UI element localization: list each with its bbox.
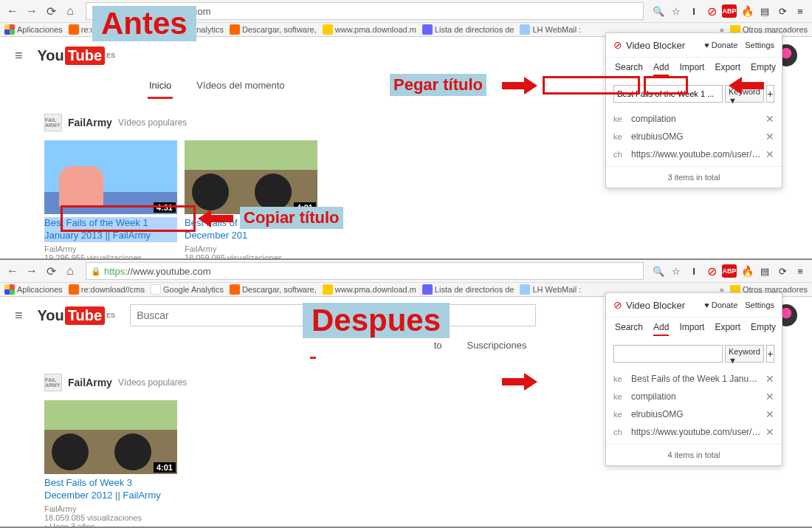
reload-button[interactable]: ⟳ <box>43 263 59 279</box>
bookmark-pma[interactable]: www.pma.download.m <box>323 24 416 35</box>
video-blocker-popup: ⊘Video Blocker ♥ Donate Settings Search … <box>605 292 782 466</box>
type-select[interactable]: Keyword ▼ <box>725 345 764 363</box>
bookmark-directorios[interactable]: Lista de directorios de <box>422 24 515 35</box>
highlight-input <box>543 76 640 95</box>
keyword-input[interactable] <box>613 345 723 363</box>
youtube-logo[interactable]: YouTubeES <box>38 306 116 325</box>
delete-icon[interactable]: ✕ <box>765 113 774 125</box>
tab-empty[interactable]: Empty <box>751 322 776 336</box>
nav-videos[interactable]: Vídeos del momento <box>195 74 286 99</box>
video-duration: 4:01 <box>154 462 176 473</box>
delete-icon[interactable]: ✕ <box>765 391 774 402</box>
bookmark-apps[interactable]: Aplicaciones <box>4 284 63 295</box>
add-button[interactable]: + <box>766 85 774 103</box>
ext-icon-1[interactable]: ▤ <box>757 4 772 18</box>
tab-search[interactable]: Search <box>615 322 643 336</box>
video-author[interactable]: FailArmy <box>185 244 317 253</box>
video-views: 18.059.085 visualizaciones <box>44 513 177 522</box>
channel-icon[interactable]: FAIL ARMY <box>44 114 62 131</box>
tab-add[interactable]: Add <box>653 62 669 76</box>
annotation-antes: Antes <box>92 6 196 41</box>
tab-import[interactable]: Import <box>679 62 704 76</box>
nav-suscripciones[interactable]: Suscripciones <box>465 334 528 359</box>
channel-name[interactable]: FailArmy <box>68 377 112 388</box>
bookmark-pma[interactable]: www.pma.download.m <box>323 284 416 295</box>
highlight-title <box>61 205 196 232</box>
donate-link[interactable]: ♥ Donate <box>704 41 737 49</box>
star-icon[interactable]: ☆ <box>669 264 684 278</box>
zoom-icon[interactable]: 🔍 <box>651 264 666 278</box>
delete-icon[interactable]: ✕ <box>765 131 774 143</box>
bookmark-redownload[interactable]: re:download//cms <box>69 284 145 295</box>
star-icon[interactable]: ☆ <box>669 4 684 18</box>
arrow-right <box>502 77 539 95</box>
tab-import[interactable]: Import <box>679 322 704 336</box>
hamburger-icon[interactable]: ≡ <box>15 308 23 323</box>
back-button[interactable]: ← <box>4 263 21 279</box>
list-item: kecompilation✕ <box>606 110 782 128</box>
delete-icon[interactable]: ✕ <box>765 373 774 385</box>
video-thumbnail[interactable]: 4:01 <box>44 400 177 474</box>
tab-export[interactable]: Export <box>715 62 740 76</box>
item-count: 3 items in total <box>606 166 782 188</box>
youtube-logo[interactable]: YouTubeES <box>38 47 116 65</box>
tab-add[interactable]: Add <box>653 322 669 336</box>
delete-icon[interactable]: ✕ <box>765 408 774 420</box>
reload-button[interactable]: ⟳ <box>43 3 59 19</box>
browser-chrome: ← → ⟳ ⌂ 🔒 https://www.youtube.com 🔍 ☆ I … <box>0 260 812 297</box>
video-author[interactable]: FailArmy <box>44 244 177 253</box>
back-button[interactable]: ← <box>4 3 21 19</box>
video-blocker-icon[interactable]: ⊘ <box>704 4 719 18</box>
delete-icon[interactable]: ✕ <box>765 148 774 160</box>
abp-icon[interactable]: ABP <box>722 264 737 278</box>
donate-link[interactable]: ♥ Donate <box>704 301 737 309</box>
bookmark-descargar[interactable]: Descargar, software, <box>230 24 317 35</box>
ext-icon-1[interactable]: ▤ <box>757 264 772 278</box>
bookmark-ganalytics[interactable]: Google Analytics <box>151 284 224 295</box>
list-item: keelrubiusOMG✕ <box>606 128 782 145</box>
video-title[interactable]: Best Fails of Week 3 December 2012 || Fa… <box>44 477 177 502</box>
menu-icon[interactable]: ≡ <box>793 264 808 278</box>
nav-inicio[interactable]: Inicio <box>148 74 173 99</box>
ratings-icon[interactable]: 🔥 <box>740 264 754 278</box>
video-author[interactable]: FailArmy <box>44 504 177 513</box>
info-icon[interactable]: I <box>687 264 701 278</box>
tab-search[interactable]: Search <box>615 62 643 76</box>
hamburger-icon[interactable]: ≡ <box>15 48 23 64</box>
url-bar[interactable]: 🔒 https://www.youtube.com <box>86 262 644 280</box>
delete-icon[interactable]: ✕ <box>765 426 774 438</box>
zoom-icon[interactable]: 🔍 <box>651 4 666 18</box>
tab-empty[interactable]: Empty <box>751 62 776 76</box>
webmail-icon <box>520 24 530 35</box>
home-button[interactable]: ⌂ <box>62 3 78 19</box>
bookmark-webmail[interactable]: LH WebMail : <box>520 24 581 35</box>
lock-icon: 🔒 <box>91 267 101 276</box>
add-button[interactable]: + <box>766 345 774 363</box>
video-thumbnail[interactable]: 4:31 <box>44 140 177 214</box>
channel-icon[interactable]: FAIL ARMY <box>44 374 62 391</box>
folder-icon <box>230 24 240 35</box>
list-item: kecompilation✕ <box>606 388 782 405</box>
rss-icon[interactable]: ⟳ <box>775 4 790 18</box>
rss-icon[interactable]: ⟳ <box>775 264 790 278</box>
ratings-icon[interactable]: 🔥 <box>740 4 754 18</box>
bookmark-descargar[interactable]: Descargar, software, <box>230 284 317 295</box>
info-icon[interactable]: I <box>687 4 701 18</box>
folder-icon <box>69 24 79 35</box>
bookmark-apps[interactable]: Aplicaciones <box>4 24 63 35</box>
arrow-right <box>502 373 539 391</box>
forward-button[interactable]: → <box>24 263 40 279</box>
tab-export[interactable]: Export <box>715 322 740 336</box>
channel-subtitle: Vídeos populares <box>118 117 187 128</box>
video-thumbnail[interactable]: 4:01 <box>185 140 317 214</box>
settings-link[interactable]: Settings <box>745 41 774 49</box>
channel-name[interactable]: FailArmy <box>68 117 112 128</box>
bookmark-directorios[interactable]: Lista de directorios de <box>422 284 515 295</box>
menu-icon[interactable]: ≡ <box>793 4 808 18</box>
abp-icon[interactable]: ABP <box>722 4 737 18</box>
home-button[interactable]: ⌂ <box>62 263 78 279</box>
settings-link[interactable]: Settings <box>745 301 774 309</box>
video-blocker-icon[interactable]: ⊘ <box>704 264 719 278</box>
bookmark-webmail[interactable]: LH WebMail : <box>520 284 581 295</box>
forward-button[interactable]: → <box>24 3 40 19</box>
